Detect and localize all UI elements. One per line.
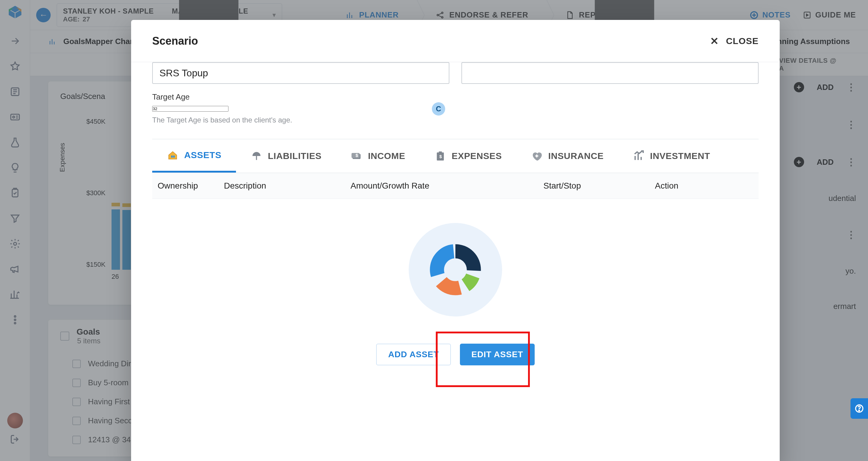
category-tabs: ASSETS LIABILITIES $ INCOME $ EXPENSES I… bbox=[152, 139, 758, 173]
svg-rect-15 bbox=[173, 156, 175, 158]
svg-rect-14 bbox=[171, 156, 173, 158]
close-icon: ✕ bbox=[710, 35, 719, 47]
col-action: Action bbox=[655, 181, 727, 191]
cat-investment[interactable]: INVESTMENT bbox=[618, 139, 724, 173]
cat-insurance[interactable]: INSURANCE bbox=[516, 139, 618, 173]
target-age-label: Target Age bbox=[152, 92, 758, 102]
cat-liabilities[interactable]: LIABILITIES bbox=[236, 139, 336, 173]
svg-point-26 bbox=[859, 410, 860, 411]
col-description: Description bbox=[224, 181, 350, 191]
col-startstop: Start/Stop bbox=[544, 181, 655, 191]
cat-income[interactable]: $ INCOME bbox=[336, 139, 420, 173]
cat-expenses[interactable]: $ EXPENSES bbox=[420, 139, 517, 173]
scenario-extra-input[interactable] bbox=[461, 62, 758, 84]
edit-asset-button[interactable]: EDIT ASSET bbox=[460, 344, 535, 365]
svg-text:$: $ bbox=[355, 153, 358, 158]
scenario-name-input[interactable] bbox=[152, 62, 450, 84]
close-button[interactable]: ✕ CLOSE bbox=[710, 35, 758, 47]
help-fab[interactable] bbox=[850, 398, 868, 419]
target-age-input[interactable] bbox=[152, 106, 228, 112]
add-asset-button[interactable]: ADD ASSET bbox=[376, 344, 451, 365]
cat-assets[interactable]: ASSETS bbox=[152, 139, 236, 173]
col-ownership: Ownership bbox=[158, 181, 224, 191]
empty-state-illustration: ADD ASSET EDIT ASSET bbox=[152, 223, 758, 365]
scenario-modal: Scenario ✕ CLOSE Target Age C The Target… bbox=[131, 20, 780, 461]
target-age-hint: The Target Age is based on the client's … bbox=[152, 116, 758, 124]
col-amount: Amount/Growth Rate bbox=[350, 181, 544, 191]
assets-table-header: Ownership Description Amount/Growth Rate… bbox=[152, 173, 758, 199]
modal-title: Scenario bbox=[152, 35, 198, 47]
svg-text:$: $ bbox=[439, 154, 442, 159]
client-badge[interactable]: C bbox=[432, 102, 445, 116]
